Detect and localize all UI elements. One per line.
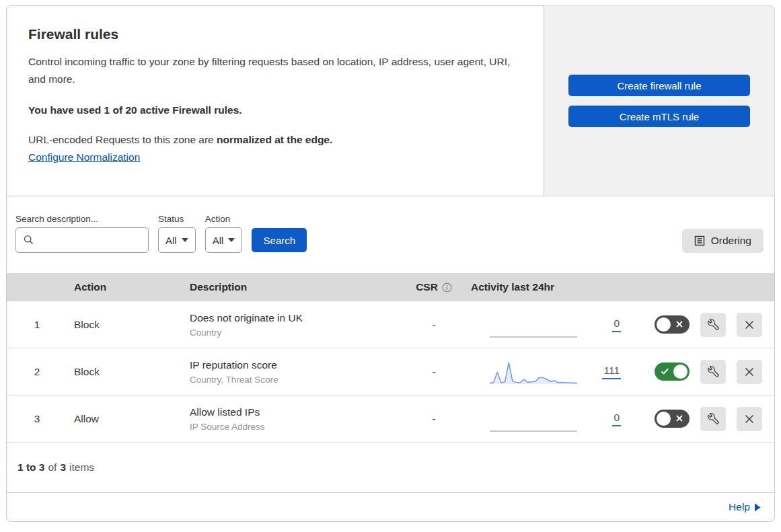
normalization-note: URL-encoded Requests to this zone are no…	[28, 134, 517, 146]
close-icon	[744, 367, 755, 377]
rule-csr: -	[404, 413, 464, 425]
action-select-value: All	[213, 235, 224, 246]
pagination-of: of	[48, 461, 57, 473]
ordering-button-label: Ordering	[711, 235, 751, 247]
rule-description: Allow listed IPs	[190, 405, 404, 419]
action-label: Action	[205, 214, 243, 224]
delete-rule-button[interactable]	[737, 407, 762, 431]
toggle-knob	[673, 365, 687, 379]
rule-controls	[633, 313, 774, 337]
intro-card: Firewall rules Control incoming traffic …	[6, 5, 544, 196]
header-csr-label: CSR	[416, 281, 438, 293]
status-select[interactable]: All	[158, 227, 196, 253]
activity-sparkline	[490, 311, 577, 338]
edit-rule-button[interactable]	[700, 407, 726, 431]
wrench-icon	[708, 319, 719, 330]
firewall-rules-page: Firewall rules Control incoming traffic …	[6, 5, 775, 522]
help-row: Help	[7, 493, 774, 521]
rule-action: Allow	[67, 413, 183, 425]
rule-enabled-toggle[interactable]	[655, 410, 690, 428]
actions-panel: Create firewall rule Create mTLS rule	[544, 5, 775, 196]
search-button[interactable]: Search	[252, 228, 307, 252]
rule-description-cell: IP reputation score Country, Threat Scor…	[183, 358, 404, 386]
table-row: 2 Block IP reputation score Country, Thr…	[7, 348, 774, 395]
rule-activity-cell: 111	[464, 358, 633, 385]
filter-controls: Search description... Status All Action	[15, 214, 307, 253]
create-firewall-rule-button[interactable]: Create firewall rule	[568, 75, 750, 96]
normalization-note-bold: normalized at the edge.	[217, 134, 332, 145]
toggle-knob	[657, 412, 671, 426]
edit-rule-button[interactable]	[700, 313, 726, 337]
delete-rule-button[interactable]	[737, 360, 762, 384]
list-document-icon	[694, 235, 705, 246]
rule-enabled-toggle[interactable]	[655, 363, 690, 381]
close-icon	[744, 414, 755, 424]
header-description: Description	[183, 281, 404, 293]
search-label: Search description...	[15, 214, 149, 224]
activity-count-link[interactable]: 0	[612, 317, 621, 332]
search-box	[15, 227, 149, 253]
rule-description: Does not originate in UK	[190, 311, 404, 325]
delete-rule-button[interactable]	[737, 313, 762, 337]
table-row: 3 Allow Allow listed IPs IP Source Addre…	[7, 395, 774, 443]
rule-priority: 2	[7, 366, 67, 378]
header-activity: Activity last 24hr	[464, 281, 633, 293]
header-action: Action	[67, 281, 183, 293]
rule-enabled-toggle[interactable]	[655, 315, 690, 334]
action-filter-group: Action All	[205, 214, 243, 253]
configure-normalization-link[interactable]: Configure Normalization	[28, 151, 140, 163]
toggle-on-check-icon	[661, 367, 669, 375]
action-select[interactable]: All	[205, 227, 243, 253]
status-filter-group: Status All	[158, 214, 196, 253]
search-icon	[24, 235, 34, 245]
chevron-down-icon	[182, 238, 188, 242]
help-link[interactable]: Help	[729, 501, 761, 513]
top-section: Firewall rules Control incoming traffic …	[6, 5, 775, 196]
pagination-range: 1 to 3	[17, 461, 44, 473]
rule-priority: 1	[7, 319, 67, 331]
rule-action: Block	[67, 366, 183, 378]
toggle-off-x-icon	[675, 414, 683, 422]
info-icon[interactable]	[442, 282, 452, 293]
activity-sparkline	[490, 406, 577, 432]
rules-list-card: Search description... Status All Action	[6, 196, 775, 522]
rule-controls	[633, 407, 774, 431]
pagination: 1 to 3 of 3 items	[7, 443, 774, 493]
arrow-right-icon	[754, 503, 761, 512]
page-title: Firewall rules	[28, 26, 517, 42]
search-group: Search description...	[15, 214, 149, 253]
normalization-note-text: URL-encoded Requests to this zone are	[28, 134, 217, 145]
rule-description-cell: Does not originate in UK Country	[183, 311, 404, 339]
pagination-total: 3	[60, 461, 66, 473]
rule-description: IP reputation score	[190, 358, 404, 372]
chevron-down-icon	[228, 238, 235, 242]
rule-csr: -	[404, 319, 464, 331]
edit-rule-button[interactable]	[700, 360, 726, 384]
table-header: Action Description CSR Activity last 24h…	[7, 273, 774, 301]
table-row: 1 Block Does not originate in UK Country…	[7, 301, 774, 348]
create-mtls-rule-button[interactable]: Create mTLS rule	[568, 106, 750, 127]
page-description: Control incoming traffic to your zone by…	[28, 53, 517, 88]
rule-action: Block	[67, 319, 183, 331]
search-input[interactable]	[15, 227, 149, 253]
usage-summary: You have used 1 of 20 active Firewall ru…	[28, 104, 517, 116]
help-link-label: Help	[729, 501, 750, 513]
ordering-button[interactable]: Ordering	[682, 229, 764, 253]
activity-count-link[interactable]: 111	[602, 365, 621, 379]
close-icon	[744, 319, 755, 330]
rule-csr: -	[404, 366, 464, 378]
rule-priority: 3	[7, 413, 67, 425]
rule-description-cell: Allow listed IPs IP Source Address	[183, 405, 404, 433]
rule-controls	[633, 360, 774, 384]
wrench-icon	[708, 413, 719, 424]
filter-bar: Search description... Status All Action	[7, 196, 774, 273]
activity-sparkline	[490, 358, 577, 385]
rule-fields: Country, Threat Score	[190, 373, 404, 386]
status-label: Status	[158, 214, 196, 224]
pagination-items: items	[69, 461, 94, 473]
rule-activity-cell: 0	[464, 311, 633, 338]
wrench-icon	[708, 366, 719, 377]
status-select-value: All	[165, 235, 177, 246]
activity-count-link[interactable]: 0	[612, 412, 621, 426]
header-csr: CSR	[404, 281, 464, 293]
